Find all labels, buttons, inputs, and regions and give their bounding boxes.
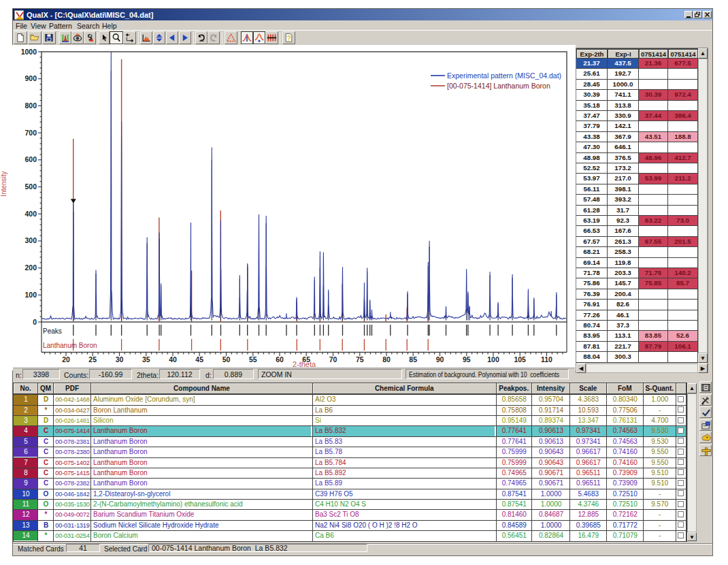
svg-text:900: 900 <box>24 74 37 82</box>
svg-text:110: 110 <box>541 355 552 364</box>
svg-text:45: 45 <box>195 355 203 364</box>
svg-text:[00-075-1414] Lanthanum Boron: [00-075-1414] Lanthanum Boron <box>447 82 550 90</box>
svg-text:85: 85 <box>409 355 417 364</box>
svg-text:400: 400 <box>24 210 37 218</box>
svg-text:55: 55 <box>249 355 257 364</box>
svg-text:Lanthanum Boron: Lanthanum Boron <box>43 342 97 349</box>
svg-text:30: 30 <box>116 355 124 364</box>
svg-text:25: 25 <box>88 355 97 364</box>
svg-text:1000: 1000 <box>21 48 37 56</box>
svg-text:700: 700 <box>24 129 37 137</box>
svg-text:300: 300 <box>24 236 37 244</box>
svg-text:95: 95 <box>463 355 471 364</box>
svg-text:75: 75 <box>356 355 364 364</box>
svg-text:35: 35 <box>142 355 150 364</box>
svg-text:100: 100 <box>24 291 37 299</box>
svg-text:Experimental pattern (MISC_04.: Experimental pattern (MISC_04.dat) <box>447 71 561 80</box>
svg-text:Peaks: Peaks <box>43 327 62 335</box>
svg-text:100: 100 <box>487 355 499 364</box>
svg-text:?: ? <box>286 35 291 42</box>
svg-text:80: 80 <box>382 355 391 364</box>
svg-text:60: 60 <box>276 355 284 364</box>
svg-text:600: 600 <box>24 155 37 163</box>
svg-text:2-theta: 2-theta <box>293 360 316 368</box>
svg-text:0: 0 <box>33 318 37 326</box>
svg-text:105: 105 <box>514 355 526 364</box>
svg-text:90: 90 <box>436 355 444 364</box>
svg-text:40: 40 <box>169 355 177 364</box>
svg-text:800: 800 <box>24 101 37 110</box>
svg-text:20: 20 <box>62 355 70 364</box>
svg-text:50: 50 <box>222 355 231 364</box>
svg-text:200: 200 <box>24 263 37 272</box>
svg-text:500: 500 <box>24 182 37 191</box>
svg-text:70: 70 <box>329 355 337 364</box>
svg-text:Intensity: Intensity <box>0 171 7 196</box>
